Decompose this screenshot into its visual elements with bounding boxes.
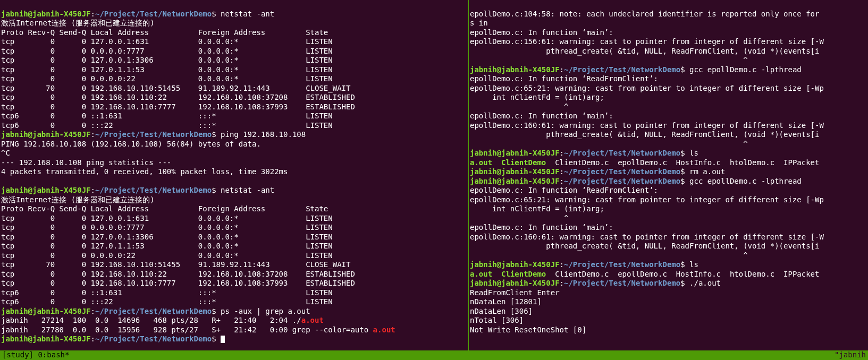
output-line: pthread_create( &tid, NULL, ReadFromClie… bbox=[470, 242, 819, 250]
table-row: tcp 0 0 127.0.0.1:3306 0.0.0.0:* LISTEN bbox=[1, 233, 333, 241]
output-line: nDataLen [306] bbox=[470, 307, 533, 315]
output-line: epollDemo.c:160:61: warning: cast to poi… bbox=[470, 233, 824, 241]
output-line: pthread_create( &tid, NULL, ReadFromClie… bbox=[470, 47, 819, 55]
output-line: epollDemo.c: In function ‘ReadFromClient… bbox=[470, 186, 658, 194]
terminal-left-pane[interactable]: jabnih@jabnih-X450JF:~/Project/Test/Netw… bbox=[0, 0, 469, 350]
table-row: tcp6 0 0 :::22 :::* LISTEN bbox=[1, 121, 333, 130]
output-line: jabnih 27780 0.0 0.0 15956 928 pts/27 S+… bbox=[1, 325, 395, 334]
table-row: tcp 0 0 192.168.10.110:7777 192.168.10.1… bbox=[1, 279, 355, 287]
executable-file: ClientDemo bbox=[501, 270, 546, 278]
table-row: tcp6 0 0 ::1:631 :::* LISTEN bbox=[1, 288, 333, 297]
output-line: ^ bbox=[470, 251, 748, 260]
output-line: ^ bbox=[470, 102, 568, 111]
table-row: tcp 70 0 192.168.10.110:51455 91.189.92.… bbox=[1, 84, 350, 92]
output-line: nDataLen [12801] bbox=[470, 297, 542, 306]
table-row: tcp 0 0 127.0.0.1:631 0.0.0.0:* LISTEN bbox=[1, 214, 333, 222]
match-highlight: a.out bbox=[301, 316, 324, 324]
output-line: 激活Internet连接 (服务器和已建立连接的) bbox=[1, 19, 155, 27]
tmux-panes: jabnih@jabnih-X450JF:~/Project/Test/Netw… bbox=[0, 0, 868, 350]
table-row: tcp 0 0 192.168.10.110:7777 192.168.10.1… bbox=[1, 102, 355, 111]
cmd-text: rm a.out bbox=[685, 167, 726, 176]
table-row: tcp 0 0 0.0.0.0:7777 0.0.0.0:* LISTEN bbox=[1, 47, 333, 55]
table-row: tcp6 0 0 :::22 :::* LISTEN bbox=[1, 297, 333, 306]
output-line: epollDemo.c: In function ‘main’: bbox=[470, 112, 613, 120]
cmd-text: ping 192.168.10.108 bbox=[216, 130, 306, 139]
prompt-line: jabnih@jabnih-X450JF:~/Project/Test/Netw… bbox=[470, 149, 698, 157]
cmd-text: ls bbox=[685, 149, 698, 157]
output-line: Not Write ResetOneShot [0] bbox=[470, 325, 586, 334]
prompt-line: jabnih@jabnih-X450JF:~/Project/Test/Netw… bbox=[1, 10, 274, 18]
table-row: tcp6 0 0 ::1:631 :::* LISTEN bbox=[1, 112, 333, 120]
executable-file: a.out bbox=[470, 158, 492, 167]
prompt-line: jabnih@jabnih-X450JF:~/Project/Test/Netw… bbox=[470, 65, 802, 74]
output-line: PING 192.168.10.108 (192.168.10.108) 56(… bbox=[1, 140, 261, 148]
output-line: s in bbox=[470, 19, 488, 27]
output-line: nTotal [306] bbox=[470, 316, 524, 324]
output-line: int nClientFd = (int)arg; bbox=[470, 204, 604, 213]
prompt-line: jabnih@jabnih-X450JF:~/Project/Test/Netw… bbox=[470, 279, 721, 287]
output-line: int nClientFd = (int)arg; bbox=[470, 93, 604, 101]
table-header: Proto Recv-Q Send-Q Local Address Foreig… bbox=[1, 28, 328, 37]
cmd-text: ./a.out bbox=[685, 279, 721, 287]
cmd-text: ps -aux | grep a.out bbox=[216, 307, 310, 315]
output-line: a.out ClientDemo ClientDemo.c epollDemo.… bbox=[470, 158, 819, 167]
table-row: tcp 0 0 0.0.0.0:22 0.0.0.0:* LISTEN bbox=[1, 251, 333, 260]
output-line: ReadFromClient Enter bbox=[470, 288, 560, 297]
output-line: 激活Internet连接 (服务器和已建立连接的) bbox=[1, 195, 155, 204]
table-row: tcp 0 0 127.0.1.1:53 0.0.0.0:* LISTEN bbox=[1, 242, 333, 250]
executable-file: ClientDemo bbox=[501, 158, 546, 167]
output-line: epollDemo.c: In function ‘main’: bbox=[470, 223, 613, 232]
tmux-status-bar[interactable]: [study] 0:bash* "jabnih bbox=[0, 350, 868, 360]
match-highlight: a.out bbox=[373, 325, 395, 334]
output-line: ^C bbox=[1, 149, 10, 157]
table-row: tcp 0 0 0.0.0.0:7777 0.0.0.0:* LISTEN bbox=[1, 223, 333, 232]
output-line: 4 packets transmitted, 0 received, 100% … bbox=[1, 167, 288, 176]
prompt-line: jabnih@jabnih-X450JF:~/Project/Test/Netw… bbox=[470, 177, 802, 185]
output-line: --- 192.168.10.108 ping statistics --- bbox=[1, 158, 171, 167]
table-row: tcp 0 0 127.0.0.1:631 0.0.0.0:* LISTEN bbox=[1, 37, 333, 46]
cmd-text: gcc epollDemo.c -lpthread bbox=[685, 177, 802, 185]
output-line: epollDemo.c: In function ‘main’: bbox=[470, 28, 613, 37]
output-line: epollDemo.c:65:21: warning: cast from po… bbox=[470, 195, 824, 204]
output-line: a.out ClientDemo ClientDemo.c epollDemo.… bbox=[470, 270, 819, 278]
table-row: tcp 0 0 192.168.10.110:22 192.168.10.108… bbox=[1, 270, 355, 278]
cmd-text: netstat -ant bbox=[216, 186, 275, 194]
output-line: epollDemo.c:156:61: warning: cast to poi… bbox=[470, 37, 824, 46]
table-row: tcp 0 0 192.168.10.110:22 192.168.10.108… bbox=[1, 93, 355, 101]
output-line: epollDemo.c:104:58: note: each undeclare… bbox=[470, 10, 819, 18]
prompt-line: jabnih@jabnih-X450JF:~/Project/Test/Netw… bbox=[1, 335, 225, 343]
cmd-text: ls bbox=[685, 260, 698, 269]
output-line: ^ bbox=[470, 56, 748, 64]
prompt-path: ~/Project/Test/NetworkDemo bbox=[95, 10, 212, 18]
cmd-text: netstat -ant bbox=[216, 10, 275, 18]
cmd-text: gcc epollDemo.c -lpthread bbox=[685, 65, 802, 74]
output-line: epollDemo.c:65:21: warning: cast from po… bbox=[470, 84, 824, 92]
table-row: tcp 0 0 0.0.0.0:22 0.0.0.0:* LISTEN bbox=[1, 74, 333, 83]
prompt-line: jabnih@jabnih-X450JF:~/Project/Test/Netw… bbox=[1, 186, 274, 194]
cursor-icon bbox=[221, 336, 225, 343]
output-line: pthread_create( &tid, NULL, ReadFromClie… bbox=[470, 130, 819, 139]
table-row: tcp 0 0 127.0.1.1:53 0.0.0.0:* LISTEN bbox=[1, 65, 333, 74]
prompt-line: jabnih@jabnih-X450JF:~/Project/Test/Netw… bbox=[470, 260, 698, 269]
output-line: jabnih 27214 100 0.0 14696 468 pts/28 R+… bbox=[1, 316, 324, 324]
prompt-userhost: jabnih@jabnih-X450JF bbox=[1, 10, 91, 18]
table-header: Proto Recv-Q Send-Q Local Address Foreig… bbox=[1, 204, 328, 213]
output-line: epollDemo.c:160:61: warning: cast to poi… bbox=[470, 121, 824, 130]
status-right: "jabnih bbox=[835, 350, 866, 360]
output-line: epollDemo.c: In function ‘ReadFromClient… bbox=[470, 74, 658, 83]
prompt-line: jabnih@jabnih-X450JF:~/Project/Test/Netw… bbox=[470, 167, 725, 176]
output-line: ^ bbox=[470, 214, 568, 222]
status-left: [study] 0:bash* bbox=[2, 350, 69, 360]
terminal-right-pane[interactable]: epollDemo.c:104:58: note: each undeclare… bbox=[469, 0, 868, 350]
table-row: tcp 0 0 127.0.0.1:3306 0.0.0.0:* LISTEN bbox=[1, 56, 333, 64]
output-line: ^ bbox=[470, 140, 748, 148]
prompt-line: jabnih@jabnih-X450JF:~/Project/Test/Netw… bbox=[1, 307, 310, 315]
prompt-line: jabnih@jabnih-X450JF:~/Project/Test/Netw… bbox=[1, 130, 306, 139]
executable-file: a.out bbox=[470, 270, 492, 278]
table-row: tcp 70 0 192.168.10.110:51455 91.189.92.… bbox=[1, 260, 350, 269]
